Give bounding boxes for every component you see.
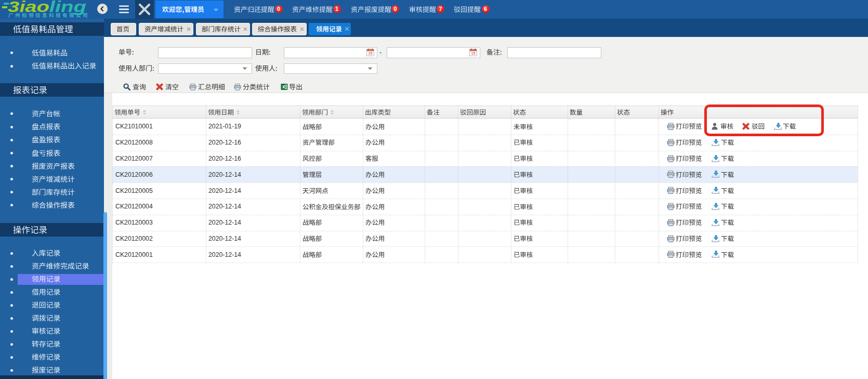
- svg-text:15: 15: [369, 51, 373, 55]
- svg-text:15: 15: [471, 51, 476, 55]
